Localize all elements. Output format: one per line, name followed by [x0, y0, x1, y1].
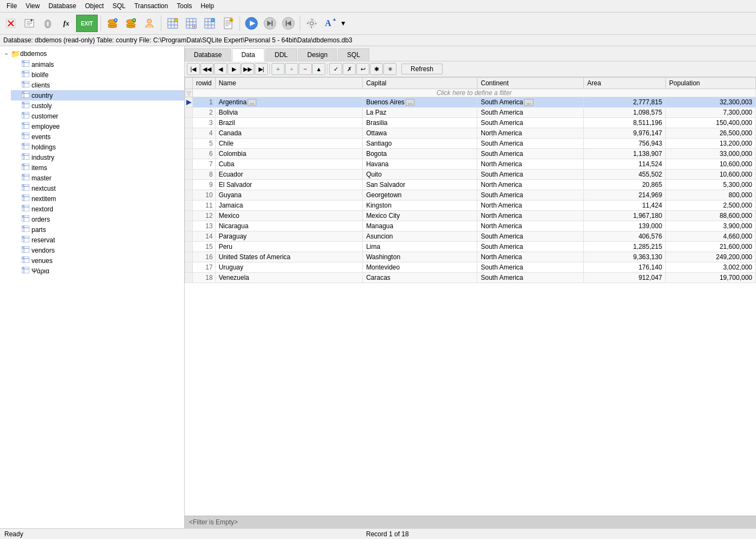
menu-help[interactable]: Help: [196, 1, 218, 11]
cell-continent-11[interactable]: North America: [477, 200, 584, 211]
tree-item-nextcust[interactable]: nextcust: [11, 183, 184, 193]
function-toolbar-btn[interactable]: fx: [58, 15, 75, 32]
cell-continent-4[interactable]: North America: [477, 128, 584, 139]
cell-rowid-15[interactable]: 15: [193, 242, 216, 252]
cell-area-15[interactable]: 1,285,215: [584, 242, 666, 252]
table-row[interactable]: 16 United States of America Washington N…: [185, 252, 756, 262]
cell-capital-16[interactable]: Washington: [363, 252, 477, 262]
skip-back-btn[interactable]: [280, 15, 297, 32]
tree-item-employee[interactable]: employee: [11, 121, 184, 131]
cell-name-11[interactable]: Jamaica: [215, 200, 362, 211]
asterisk2-btn[interactable]: ✳: [383, 63, 396, 75]
cell-capital-9[interactable]: San Salvador: [363, 180, 477, 190]
menu-file[interactable]: File: [2, 1, 21, 11]
cell-area-11[interactable]: 11,424: [584, 200, 666, 211]
cell-area-12[interactable]: 1,967,180: [584, 211, 666, 221]
cell-continent-10[interactable]: South America: [477, 190, 584, 200]
asterisk-btn[interactable]: ✱: [370, 63, 383, 75]
table-view-btn[interactable]: [182, 15, 200, 32]
tree-item-master[interactable]: master: [11, 173, 184, 183]
cell-area-16[interactable]: 9,363,130: [584, 252, 666, 262]
cell-population-16[interactable]: 249,200,000: [666, 252, 756, 262]
cell-continent-13[interactable]: North America: [477, 221, 584, 231]
cell-rowid-9[interactable]: 9: [193, 180, 216, 190]
cell-capital-11[interactable]: Kingston: [363, 200, 477, 211]
cell-area-9[interactable]: 20,865: [584, 180, 666, 190]
cell-name-2[interactable]: Bolivia: [215, 108, 362, 118]
filter-placeholder[interactable]: Click here to define a filter: [193, 89, 756, 97]
cell-population-15[interactable]: 21,600,000: [666, 242, 756, 252]
table-row[interactable]: 2 Bolivia La Paz South America 1,098,575…: [185, 108, 756, 118]
cell-area-1[interactable]: 2,777,815: [584, 97, 666, 108]
cell-area-3[interactable]: 8,511,196: [584, 118, 666, 128]
cell-capital-7[interactable]: Havana: [363, 159, 477, 170]
col-name-header[interactable]: Name: [215, 78, 362, 89]
cell-capital-2[interactable]: La Paz: [363, 108, 477, 118]
toolbar-dropdown[interactable]: ▼: [340, 15, 346, 32]
tree-item-holdings[interactable]: holdings: [11, 142, 184, 152]
tree-item-orders[interactable]: orders: [11, 214, 184, 224]
menu-object[interactable]: Object: [81, 1, 109, 11]
table-row[interactable]: 13 Nicaragua Managua North America 139,0…: [185, 221, 756, 231]
cell-continent-2[interactable]: South America: [477, 108, 584, 118]
open-db-btn[interactable]: [104, 15, 121, 32]
nav-prev-btn[interactable]: ◀: [214, 63, 227, 75]
cell-rowid-2[interactable]: 2: [193, 108, 216, 118]
cell-capital-10[interactable]: Georgetown: [363, 190, 477, 200]
cell-name-12[interactable]: Mexico: [215, 211, 362, 221]
col-area-header[interactable]: Area: [584, 78, 666, 89]
cell-name-15[interactable]: Peru: [215, 242, 362, 252]
table-row[interactable]: 6 Colombia Bogota South America 1,138,90…: [185, 149, 756, 159]
cell-population-2[interactable]: 7,300,000: [666, 108, 756, 118]
cell-name-16[interactable]: United States of America: [215, 252, 362, 262]
menu-tools[interactable]: Tools: [172, 1, 196, 11]
cell-population-13[interactable]: 3,900,000: [666, 221, 756, 231]
cell-continent-18[interactable]: South America: [477, 273, 584, 283]
cell-name-4[interactable]: Canada: [215, 128, 362, 139]
tree-item-customer[interactable]: customer: [11, 111, 184, 121]
tree-item-clients[interactable]: clients: [11, 80, 184, 90]
cell-rowid-16[interactable]: 16: [193, 252, 216, 262]
tree-item-custoly[interactable]: custoly: [11, 101, 184, 111]
attach-toolbar-btn[interactable]: [39, 15, 56, 32]
cell-capital-18[interactable]: Caracas: [363, 273, 477, 283]
cell-rowid-8[interactable]: 8: [193, 170, 216, 180]
nav-first-btn[interactable]: |◀: [187, 63, 200, 75]
cell-capital-17[interactable]: Montevideo: [363, 262, 477, 273]
table-row[interactable]: 3 Brazil Brasilia South America 8,511,19…: [185, 118, 756, 128]
col-continent-header[interactable]: Continent: [477, 78, 584, 89]
menu-transaction[interactable]: Transaction: [130, 1, 172, 11]
name-ellipsis-btn[interactable]: ...: [248, 99, 256, 106]
cell-population-7[interactable]: 10,600,000: [666, 159, 756, 170]
tree-item-country[interactable]: country: [11, 90, 184, 101]
cell-population-14[interactable]: 4,660,000: [666, 231, 756, 242]
tree-item-parts[interactable]: parts: [11, 224, 184, 235]
tree-item-events[interactable]: events: [11, 131, 184, 142]
refresh-btn[interactable]: Refresh: [401, 64, 443, 74]
tab-data[interactable]: Data: [232, 48, 264, 61]
cell-continent-7[interactable]: North America: [477, 159, 584, 170]
cell-capital-15[interactable]: Lima: [363, 242, 477, 252]
menu-database[interactable]: Database: [44, 1, 80, 11]
table-row[interactable]: 10 Guyana Georgetown South America 214,9…: [185, 190, 756, 200]
cell-name-9[interactable]: El Salvador: [215, 180, 362, 190]
delete-row-btn[interactable]: −: [299, 63, 312, 75]
cell-rowid-10[interactable]: 10: [193, 190, 216, 200]
cell-population-18[interactable]: 19,700,000: [666, 273, 756, 283]
cell-capital-12[interactable]: Mexico City: [363, 211, 477, 221]
cell-name-3[interactable]: Brazil: [215, 118, 362, 128]
cell-rowid-12[interactable]: 12: [193, 211, 216, 221]
table-row[interactable]: 7 Cuba Havana North America 114,524 10,6…: [185, 159, 756, 170]
cell-capital-4[interactable]: Ottawa: [363, 128, 477, 139]
cell-area-4[interactable]: 9,976,147: [584, 128, 666, 139]
table-row[interactable]: ▶ 1 Argentina... Buenos Aires... South A…: [185, 97, 756, 108]
cell-rowid-11[interactable]: 11: [193, 200, 216, 211]
table-row[interactable]: 12 Mexico Mexico City North America 1,96…: [185, 211, 756, 221]
nav-next-page-btn[interactable]: ▶▶: [241, 63, 254, 75]
menu-view[interactable]: View: [21, 1, 44, 11]
cell-name-10[interactable]: Guyana: [215, 190, 362, 200]
col-rowid-header[interactable]: rowid: [193, 78, 216, 89]
move-up-btn[interactable]: ▲: [312, 63, 325, 75]
undo-btn[interactable]: ↩: [356, 63, 369, 75]
cell-rowid-13[interactable]: 13: [193, 221, 216, 231]
